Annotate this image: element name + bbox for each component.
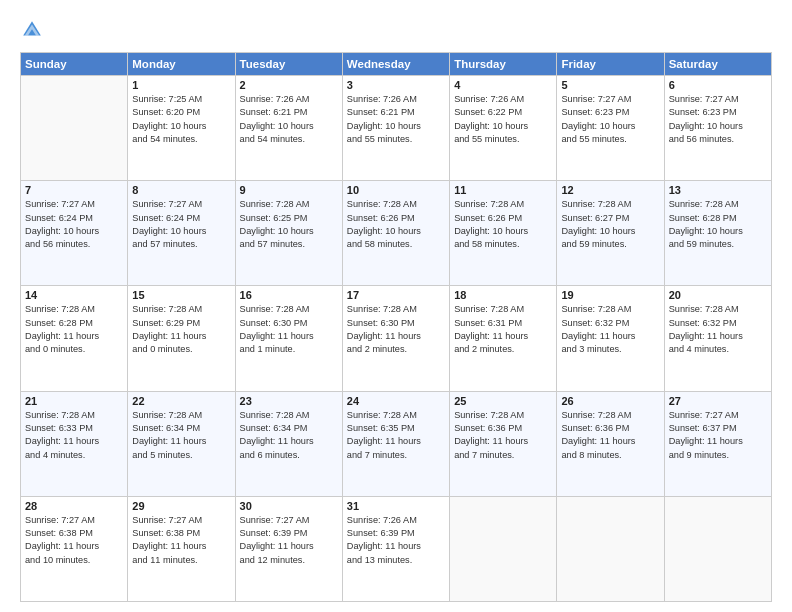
calendar-cell: 14Sunrise: 7:28 AM Sunset: 6:28 PM Dayli… xyxy=(21,286,128,391)
calendar-cell: 21Sunrise: 7:28 AM Sunset: 6:33 PM Dayli… xyxy=(21,391,128,496)
cell-content: Sunrise: 7:28 AM Sunset: 6:29 PM Dayligh… xyxy=(132,303,230,356)
calendar-cell: 3Sunrise: 7:26 AM Sunset: 6:21 PM Daylig… xyxy=(342,76,449,181)
calendar-cell: 30Sunrise: 7:27 AM Sunset: 6:39 PM Dayli… xyxy=(235,496,342,601)
day-number: 7 xyxy=(25,184,123,196)
calendar-cell: 5Sunrise: 7:27 AM Sunset: 6:23 PM Daylig… xyxy=(557,76,664,181)
day-number: 29 xyxy=(132,500,230,512)
calendar-cell: 10Sunrise: 7:28 AM Sunset: 6:26 PM Dayli… xyxy=(342,181,449,286)
day-number: 31 xyxy=(347,500,445,512)
calendar-cell: 2Sunrise: 7:26 AM Sunset: 6:21 PM Daylig… xyxy=(235,76,342,181)
cell-content: Sunrise: 7:26 AM Sunset: 6:22 PM Dayligh… xyxy=(454,93,552,146)
day-header-sunday: Sunday xyxy=(21,53,128,76)
calendar-cell: 6Sunrise: 7:27 AM Sunset: 6:23 PM Daylig… xyxy=(664,76,771,181)
calendar-cell: 27Sunrise: 7:27 AM Sunset: 6:37 PM Dayli… xyxy=(664,391,771,496)
calendar-cell xyxy=(450,496,557,601)
cell-content: Sunrise: 7:28 AM Sunset: 6:28 PM Dayligh… xyxy=(669,198,767,251)
day-number: 19 xyxy=(561,289,659,301)
calendar-cell: 17Sunrise: 7:28 AM Sunset: 6:30 PM Dayli… xyxy=(342,286,449,391)
calendar-cell: 16Sunrise: 7:28 AM Sunset: 6:30 PM Dayli… xyxy=(235,286,342,391)
day-header-tuesday: Tuesday xyxy=(235,53,342,76)
day-number: 17 xyxy=(347,289,445,301)
day-number: 13 xyxy=(669,184,767,196)
day-number: 16 xyxy=(240,289,338,301)
calendar-cell: 9Sunrise: 7:28 AM Sunset: 6:25 PM Daylig… xyxy=(235,181,342,286)
calendar-cell xyxy=(664,496,771,601)
day-number: 20 xyxy=(669,289,767,301)
day-number: 22 xyxy=(132,395,230,407)
cell-content: Sunrise: 7:27 AM Sunset: 6:23 PM Dayligh… xyxy=(669,93,767,146)
cell-content: Sunrise: 7:27 AM Sunset: 6:37 PM Dayligh… xyxy=(669,409,767,462)
calendar-week-5: 28Sunrise: 7:27 AM Sunset: 6:38 PM Dayli… xyxy=(21,496,772,601)
cell-content: Sunrise: 7:28 AM Sunset: 6:34 PM Dayligh… xyxy=(240,409,338,462)
cell-content: Sunrise: 7:28 AM Sunset: 6:36 PM Dayligh… xyxy=(561,409,659,462)
cell-content: Sunrise: 7:28 AM Sunset: 6:36 PM Dayligh… xyxy=(454,409,552,462)
calendar-cell: 15Sunrise: 7:28 AM Sunset: 6:29 PM Dayli… xyxy=(128,286,235,391)
calendar-cell: 13Sunrise: 7:28 AM Sunset: 6:28 PM Dayli… xyxy=(664,181,771,286)
calendar-cell: 12Sunrise: 7:28 AM Sunset: 6:27 PM Dayli… xyxy=(557,181,664,286)
day-number: 26 xyxy=(561,395,659,407)
day-number: 27 xyxy=(669,395,767,407)
cell-content: Sunrise: 7:28 AM Sunset: 6:32 PM Dayligh… xyxy=(669,303,767,356)
cell-content: Sunrise: 7:26 AM Sunset: 6:39 PM Dayligh… xyxy=(347,514,445,567)
day-number: 18 xyxy=(454,289,552,301)
day-number: 24 xyxy=(347,395,445,407)
day-number: 2 xyxy=(240,79,338,91)
calendar-cell: 4Sunrise: 7:26 AM Sunset: 6:22 PM Daylig… xyxy=(450,76,557,181)
cell-content: Sunrise: 7:28 AM Sunset: 6:31 PM Dayligh… xyxy=(454,303,552,356)
day-number: 23 xyxy=(240,395,338,407)
day-number: 30 xyxy=(240,500,338,512)
calendar-cell: 18Sunrise: 7:28 AM Sunset: 6:31 PM Dayli… xyxy=(450,286,557,391)
cell-content: Sunrise: 7:27 AM Sunset: 6:24 PM Dayligh… xyxy=(132,198,230,251)
logo xyxy=(20,18,48,42)
day-number: 5 xyxy=(561,79,659,91)
day-header-saturday: Saturday xyxy=(664,53,771,76)
cell-content: Sunrise: 7:26 AM Sunset: 6:21 PM Dayligh… xyxy=(347,93,445,146)
calendar-cell: 11Sunrise: 7:28 AM Sunset: 6:26 PM Dayli… xyxy=(450,181,557,286)
day-header-friday: Friday xyxy=(557,53,664,76)
cell-content: Sunrise: 7:28 AM Sunset: 6:32 PM Dayligh… xyxy=(561,303,659,356)
calendar-cell: 26Sunrise: 7:28 AM Sunset: 6:36 PM Dayli… xyxy=(557,391,664,496)
day-number: 1 xyxy=(132,79,230,91)
cell-content: Sunrise: 7:28 AM Sunset: 6:35 PM Dayligh… xyxy=(347,409,445,462)
day-header-wednesday: Wednesday xyxy=(342,53,449,76)
calendar-cell: 25Sunrise: 7:28 AM Sunset: 6:36 PM Dayli… xyxy=(450,391,557,496)
day-number: 11 xyxy=(454,184,552,196)
cell-content: Sunrise: 7:28 AM Sunset: 6:30 PM Dayligh… xyxy=(240,303,338,356)
cell-content: Sunrise: 7:28 AM Sunset: 6:30 PM Dayligh… xyxy=(347,303,445,356)
cell-content: Sunrise: 7:27 AM Sunset: 6:24 PM Dayligh… xyxy=(25,198,123,251)
day-number: 28 xyxy=(25,500,123,512)
cell-content: Sunrise: 7:27 AM Sunset: 6:38 PM Dayligh… xyxy=(132,514,230,567)
calendar-cell: 24Sunrise: 7:28 AM Sunset: 6:35 PM Dayli… xyxy=(342,391,449,496)
page-header xyxy=(20,18,772,42)
day-number: 12 xyxy=(561,184,659,196)
calendar-cell: 28Sunrise: 7:27 AM Sunset: 6:38 PM Dayli… xyxy=(21,496,128,601)
day-number: 15 xyxy=(132,289,230,301)
day-header-monday: Monday xyxy=(128,53,235,76)
day-header-thursday: Thursday xyxy=(450,53,557,76)
calendar-cell xyxy=(557,496,664,601)
cell-content: Sunrise: 7:25 AM Sunset: 6:20 PM Dayligh… xyxy=(132,93,230,146)
calendar-cell: 1Sunrise: 7:25 AM Sunset: 6:20 PM Daylig… xyxy=(128,76,235,181)
day-number: 25 xyxy=(454,395,552,407)
calendar-week-3: 14Sunrise: 7:28 AM Sunset: 6:28 PM Dayli… xyxy=(21,286,772,391)
cell-content: Sunrise: 7:26 AM Sunset: 6:21 PM Dayligh… xyxy=(240,93,338,146)
calendar-cell: 29Sunrise: 7:27 AM Sunset: 6:38 PM Dayli… xyxy=(128,496,235,601)
cell-content: Sunrise: 7:28 AM Sunset: 6:25 PM Dayligh… xyxy=(240,198,338,251)
day-number: 6 xyxy=(669,79,767,91)
day-number: 14 xyxy=(25,289,123,301)
calendar-cell: 31Sunrise: 7:26 AM Sunset: 6:39 PM Dayli… xyxy=(342,496,449,601)
calendar-cell: 8Sunrise: 7:27 AM Sunset: 6:24 PM Daylig… xyxy=(128,181,235,286)
calendar-cell: 23Sunrise: 7:28 AM Sunset: 6:34 PM Dayli… xyxy=(235,391,342,496)
calendar-week-2: 7Sunrise: 7:27 AM Sunset: 6:24 PM Daylig… xyxy=(21,181,772,286)
calendar-cell: 22Sunrise: 7:28 AM Sunset: 6:34 PM Dayli… xyxy=(128,391,235,496)
calendar-table: SundayMondayTuesdayWednesdayThursdayFrid… xyxy=(20,52,772,602)
calendar-header-row: SundayMondayTuesdayWednesdayThursdayFrid… xyxy=(21,53,772,76)
cell-content: Sunrise: 7:28 AM Sunset: 6:33 PM Dayligh… xyxy=(25,409,123,462)
cell-content: Sunrise: 7:28 AM Sunset: 6:26 PM Dayligh… xyxy=(454,198,552,251)
calendar-cell: 19Sunrise: 7:28 AM Sunset: 6:32 PM Dayli… xyxy=(557,286,664,391)
cell-content: Sunrise: 7:27 AM Sunset: 6:38 PM Dayligh… xyxy=(25,514,123,567)
calendar-cell xyxy=(21,76,128,181)
cell-content: Sunrise: 7:28 AM Sunset: 6:28 PM Dayligh… xyxy=(25,303,123,356)
calendar-week-1: 1Sunrise: 7:25 AM Sunset: 6:20 PM Daylig… xyxy=(21,76,772,181)
cell-content: Sunrise: 7:28 AM Sunset: 6:34 PM Dayligh… xyxy=(132,409,230,462)
